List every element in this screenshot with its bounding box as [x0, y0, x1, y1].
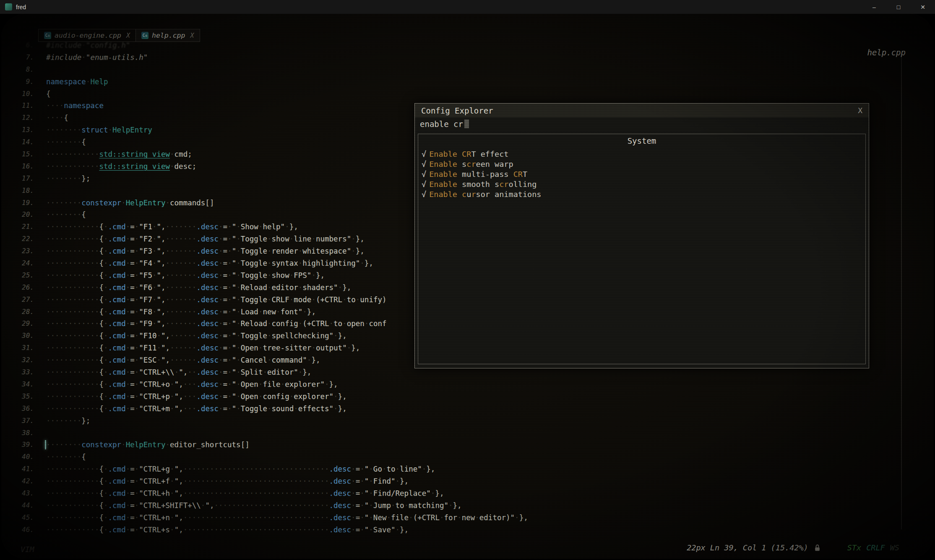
- config-close-button[interactable]: X: [858, 106, 862, 115]
- line-number: 28.: [1, 306, 34, 318]
- line-number: 40.: [1, 451, 34, 463]
- config-item[interactable]: √Enable multi-pass CRT: [422, 169, 862, 179]
- tab-close-button[interactable]: X: [126, 32, 130, 39]
- line-number: 16.: [1, 161, 34, 173]
- line-number: 6.: [1, 39, 34, 52]
- config-item-label: Enable multi-pass CRT: [429, 170, 527, 179]
- window-titlebar: fred – □ ✕: [0, 0, 935, 14]
- code-text: ············{·.cmd·=·"CTRL+m·",···.desc·…: [46, 403, 347, 415]
- tab-close-button[interactable]: X: [190, 32, 194, 39]
- line-number: 42.: [1, 475, 34, 487]
- config-explorer-panel: Config Explorer X enable cr System √Enab…: [414, 103, 869, 368]
- line-number: 18.: [1, 185, 34, 197]
- code-text: ············{·.cmd·=·"F9·",·······.desc·…: [46, 318, 387, 330]
- config-item[interactable]: √Enable screen warp: [422, 159, 862, 169]
- checkbox-checked-icon: √: [422, 160, 426, 169]
- code-line-10[interactable]: 10.{: [1, 88, 934, 100]
- code-text: ············{·.cmd·=·"F4·",·······.desc·…: [46, 257, 373, 270]
- line-number: 12.: [1, 112, 34, 124]
- code-line-45[interactable]: 45.············{·.cmd·=·"CTRL+n·",······…: [1, 512, 934, 524]
- code-text: ············{·.cmd·=·"CTRL+o·",···.desc·…: [46, 379, 338, 391]
- tab-strip: C+audio-engine.cppXC+help.cppX: [38, 29, 200, 42]
- line-number: 15.: [1, 148, 34, 161]
- code-text: ············{·.cmd·=·"F7·",·······.desc·…: [46, 294, 387, 306]
- line-number: 19.: [1, 197, 34, 209]
- line-number: 37.: [1, 415, 34, 427]
- line-number: 8.: [1, 64, 34, 76]
- code-line-35[interactable]: 35.············{·.cmd·=·"CTRL+p·",···.de…: [1, 391, 934, 403]
- config-item-label: Enable screen warp: [429, 160, 513, 169]
- config-item-label: Enable smooth scrolling: [429, 180, 537, 189]
- tab-audio-engine.cpp[interactable]: C+audio-engine.cppX: [39, 29, 135, 41]
- config-search-query: enable cr: [420, 119, 463, 129]
- code-line-43[interactable]: 43.············{·.cmd·=·"CTRL+h·",······…: [1, 487, 934, 500]
- code-text: ············{·.cmd·=·"F6·",·······.desc·…: [46, 282, 351, 294]
- window-controls: – □ ✕: [862, 0, 935, 14]
- line-number: 34.: [1, 379, 34, 391]
- config-item-label: Enable cursor animations: [429, 190, 541, 199]
- code-line-8[interactable]: 8.: [1, 64, 934, 76]
- code-text: ············{·.cmd·=·"F11·",······.desc·…: [46, 342, 360, 354]
- code-line-39[interactable]: 39.········constexpr·HelpEntry·editor_sh…: [1, 439, 934, 451]
- code-line-7[interactable]: 7.#include·"enum-utils.h": [1, 52, 934, 64]
- code-line-37[interactable]: 37.········};: [1, 415, 934, 427]
- code-line-36[interactable]: 36.············{·.cmd·=·"CTRL+m·",···.de…: [1, 403, 934, 415]
- app-icon: [5, 3, 12, 10]
- line-number: 31.: [1, 342, 34, 354]
- tab-label: audio-engine.cpp: [55, 31, 121, 39]
- active-file-label: help.cpp: [867, 48, 906, 57]
- tab-help.cpp[interactable]: C+help.cppX: [135, 29, 200, 41]
- config-explorer-title: Config Explorer: [421, 106, 493, 115]
- line-number: 41.: [1, 463, 34, 475]
- line-number: 11.: [1, 100, 34, 112]
- maximize-button[interactable]: □: [886, 0, 911, 14]
- checkbox-checked-icon: √: [422, 180, 426, 189]
- code-text: #include·"enum-utils.h": [46, 52, 148, 64]
- code-text: ············{·.cmd·=·"CTRL+p·",···.desc·…: [46, 391, 347, 403]
- line-number: 25.: [1, 270, 34, 282]
- config-item[interactable]: √Enable cursor animations: [422, 189, 862, 199]
- code-line-34[interactable]: 34.············{·.cmd·=·"CTRL+o·",···.de…: [1, 379, 934, 391]
- lock-icon: [814, 544, 820, 552]
- line-number: 24.: [1, 257, 34, 270]
- line-number: 44.: [1, 500, 34, 512]
- code-text: ············{·.cmd·=·"CTRL+f·",·········…: [46, 475, 409, 487]
- code-text: ········constexpr·HelpEntry·editor_short…: [46, 439, 250, 451]
- line-number: 33.: [1, 366, 34, 379]
- code-text: ············std::string_view·cmd;: [46, 148, 192, 161]
- line-number: 35.: [1, 391, 34, 403]
- code-text: ········constexpr·HelpEntry·commands[]: [46, 197, 214, 209]
- config-item-list: √Enable CRT effect√Enable screen warp√En…: [418, 149, 865, 199]
- cpp-file-icon: C+: [141, 32, 148, 39]
- code-line-40[interactable]: 40.········{: [1, 451, 934, 463]
- minimize-button[interactable]: –: [862, 0, 886, 14]
- config-search-input[interactable]: enable cr: [415, 117, 869, 130]
- code-line-38[interactable]: 38.: [1, 427, 934, 439]
- tab-label: help.cpp: [152, 31, 185, 39]
- line-number: 13.: [1, 124, 34, 136]
- code-text: ············{·.cmd·=·"F3·",·······.desc·…: [46, 245, 365, 257]
- code-text: ············{·.cmd·=·"CTRL+SHIFT+\\·",··…: [46, 500, 462, 512]
- code-line-44[interactable]: 44.············{·.cmd·=·"CTRL+SHIFT+\\·"…: [1, 500, 934, 512]
- code-text: ············{·.cmd·=·"F8·",·······.desc·…: [46, 306, 316, 318]
- code-line-46[interactable]: 46.············{·.cmd·=·"CTRL+s·",······…: [1, 524, 934, 536]
- line-number: 32.: [1, 354, 34, 366]
- line-number: 27.: [1, 294, 34, 306]
- config-item[interactable]: √Enable CRT effect: [422, 149, 862, 159]
- config-explorer-titlebar[interactable]: Config Explorer X: [415, 104, 869, 117]
- status-mode: VIM: [21, 545, 34, 554]
- line-number: 39.: [1, 439, 34, 451]
- close-button[interactable]: ✕: [911, 0, 935, 14]
- line-number: 36.: [1, 403, 34, 415]
- scrollbar[interactable]: [901, 56, 902, 529]
- code-text: ········{: [46, 209, 86, 221]
- app-title: fred: [16, 4, 26, 10]
- query-cursor: [464, 119, 469, 128]
- code-text: ············{·.cmd·=·"CTRL+g·",·········…: [46, 463, 435, 475]
- line-number: 23.: [1, 245, 34, 257]
- config-item[interactable]: √Enable smooth scrolling: [422, 179, 862, 189]
- code-line-42[interactable]: 42.············{·.cmd·=·"CTRL+f·",······…: [1, 475, 934, 487]
- code-line-9[interactable]: 9.namespace·Help: [1, 76, 934, 88]
- code-line-41[interactable]: 41.············{·.cmd·=·"CTRL+g·",······…: [1, 463, 934, 475]
- line-number: 26.: [1, 282, 34, 294]
